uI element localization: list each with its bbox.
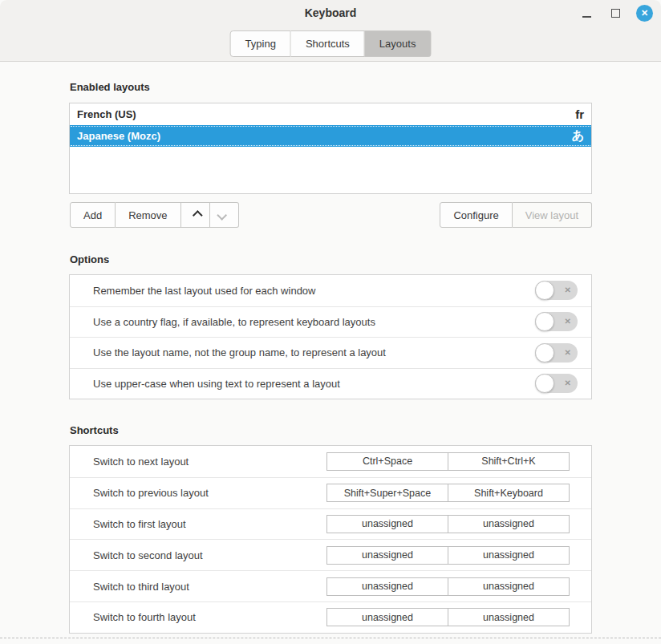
bottom-overflow-dash	[0, 638, 661, 638]
upper-case-toggle[interactable]	[535, 374, 578, 393]
option-upper-case: Use upper-case when using text to repres…	[70, 368, 591, 399]
layout-config-actions: Configure View layout	[440, 202, 592, 228]
layout-row-japanese[interactable]: Japanese (Mozc) あ	[70, 125, 591, 147]
close-button[interactable]	[636, 5, 653, 22]
shortcut-first-layout: Switch to first layout unassigned unassi…	[70, 508, 591, 540]
layout-row-french[interactable]: French (US) fr	[70, 103, 591, 125]
shortcut-label: Switch to previous layout	[93, 487, 326, 499]
options-heading: Options	[70, 253, 109, 265]
add-layout-button[interactable]: Add	[70, 202, 116, 228]
layout-name-toggle[interactable]	[535, 343, 578, 363]
chevron-up-icon	[193, 210, 203, 221]
keybinding-cell-1[interactable]: Ctrl+Space	[327, 453, 448, 470]
toggle-off-x-icon	[565, 349, 571, 357]
keybinding-cell-1[interactable]: unassigned	[327, 516, 448, 533]
maximize-button[interactable]	[607, 5, 623, 21]
keybinding-cell-1[interactable]: Shift+Super+Space	[327, 484, 448, 501]
view-layout-button[interactable]: View layout	[513, 202, 592, 228]
shortcut-label: Switch to third layout	[93, 581, 326, 593]
remember-last-layout-toggle[interactable]	[535, 281, 578, 300]
option-label: Remember the last layout used for each w…	[93, 285, 535, 297]
enabled-layouts-list: French (US) fr Japanese (Mozc) あ	[69, 103, 592, 194]
tab-layouts[interactable]: Layouts	[365, 30, 432, 57]
layout-indicator: fr	[575, 107, 584, 121]
remove-layout-button[interactable]: Remove	[116, 202, 180, 228]
minimize-icon	[582, 16, 591, 18]
option-label: Use a country flag, if available, to rep…	[93, 316, 535, 328]
shortcut-fourth-layout: Switch to fourth layout unassigned unass…	[70, 601, 591, 633]
keybinding-cell-2[interactable]: Shift+Keyboard	[448, 484, 569, 501]
chevron-down-icon	[217, 210, 227, 221]
keybinding-group: Shift+Super+Space Shift+Keyboard	[326, 484, 570, 502]
keybinding-group: unassigned unassigned	[326, 546, 570, 565]
shortcut-label: Switch to next layout	[93, 456, 326, 468]
shortcut-second-layout: Switch to second layout unassigned unass…	[70, 539, 591, 570]
close-icon	[641, 9, 648, 18]
titlebar[interactable]: Keyboard	[0, 0, 661, 26]
keybinding-cell-1[interactable]: unassigned	[327, 547, 448, 564]
layout-indicator: あ	[572, 128, 584, 144]
maximize-icon	[611, 9, 620, 18]
keybinding-group: unassigned unassigned	[326, 515, 570, 533]
option-label: Use upper-case when using text to repres…	[93, 378, 535, 390]
layout-name: French (US)	[77, 108, 575, 120]
toggle-off-x-icon	[565, 379, 571, 387]
keybinding-cell-2[interactable]: unassigned	[448, 547, 569, 564]
window-title: Keyboard	[0, 6, 661, 19]
keybinding-group: unassigned unassigned	[326, 608, 570, 626]
toggle-knob	[535, 374, 554, 393]
tab-typing[interactable]: Typing	[230, 30, 291, 57]
window-controls	[578, 0, 653, 26]
keybinding-cell-2[interactable]: unassigned	[448, 516, 569, 533]
country-flag-toggle[interactable]	[535, 312, 578, 331]
options-list: Remember the last layout used for each w…	[69, 274, 592, 399]
move-layout-down-button[interactable]	[210, 202, 239, 228]
minimize-button[interactable]	[578, 5, 594, 21]
shortcut-next-layout: Switch to next layout Ctrl+Space Shift+C…	[70, 446, 591, 477]
configure-button[interactable]: Configure	[440, 202, 512, 228]
tab-shortcuts[interactable]: Shortcuts	[291, 30, 365, 57]
layout-name: Japanese (Mozc)	[77, 130, 572, 142]
toggle-off-x-icon	[565, 286, 571, 294]
layout-list-actions: Add Remove	[70, 202, 239, 228]
keybinding-group: unassigned unassigned	[326, 577, 570, 596]
keyboard-settings-window: Keyboard Typing Shortcuts Layouts Enable…	[0, 0, 661, 644]
option-country-flag: Use a country flag, if available, to rep…	[70, 306, 591, 338]
shortcut-previous-layout: Switch to previous layout Shift+Super+Sp…	[70, 477, 591, 508]
tab-bar: Typing Shortcuts Layouts	[230, 30, 432, 57]
shortcuts-list: Switch to next layout Ctrl+Space Shift+C…	[69, 445, 592, 634]
shortcut-third-layout: Switch to third layout unassigned unassi…	[70, 570, 591, 601]
keybinding-cell-2[interactable]: unassigned	[448, 609, 569, 626]
toggle-knob	[535, 312, 554, 331]
shortcut-label: Switch to second layout	[93, 549, 326, 561]
shortcuts-heading: Shortcuts	[70, 424, 119, 436]
keybinding-cell-1[interactable]: unassigned	[327, 578, 448, 595]
option-layout-name: Use the layout name, not the group name,…	[70, 337, 591, 368]
keybinding-group: Ctrl+Space Shift+Ctrl+K	[326, 452, 570, 471]
shortcut-label: Switch to first layout	[93, 518, 326, 530]
enabled-layouts-heading: Enabled layouts	[70, 81, 150, 93]
option-remember-last-layout: Remember the last layout used for each w…	[70, 275, 591, 306]
shortcut-label: Switch to fourth layout	[93, 611, 326, 623]
toggle-knob	[535, 281, 554, 300]
keybinding-cell-2[interactable]: unassigned	[448, 578, 569, 595]
toggle-knob	[535, 343, 554, 363]
keybinding-cell-2[interactable]: Shift+Ctrl+K	[448, 453, 569, 470]
move-layout-up-button[interactable]	[181, 202, 210, 228]
option-label: Use the layout name, not the group name,…	[93, 346, 535, 358]
keybinding-cell-1[interactable]: unassigned	[327, 609, 448, 626]
window-header: Keyboard Typing Shortcuts Layouts	[0, 0, 661, 62]
toggle-off-x-icon	[565, 318, 571, 326]
